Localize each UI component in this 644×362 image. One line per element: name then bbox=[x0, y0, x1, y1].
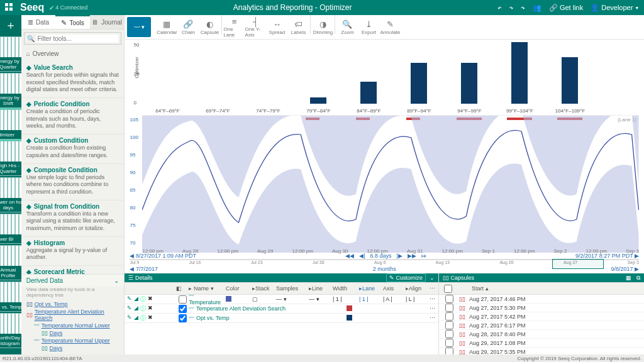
share-icon[interactable]: 👥 bbox=[533, 4, 541, 12]
tag-icon[interactable]: ◢ bbox=[134, 305, 138, 313]
edit-icon[interactable]: ✎ bbox=[127, 305, 132, 313]
chart-toolbar: 〰▾ ▦Calendar🔗Chain◐Capsule≡One Lane┤One … bbox=[125, 15, 644, 40]
tool-item[interactable]: ◆Composite ConditionUse simple logic to … bbox=[21, 164, 125, 200]
capsule-row[interactable]: ▯▯Aug 28, 2017 8:40 PM bbox=[439, 330, 644, 339]
tools-icon: ✎ bbox=[61, 19, 67, 27]
tag-icon[interactable]: ◢ bbox=[134, 295, 138, 304]
capsule-icon: ▯▯ bbox=[459, 349, 465, 355]
filter-tools[interactable]: 🔍 bbox=[24, 32, 122, 45]
chart-type-menu[interactable]: 〰▾ bbox=[127, 17, 151, 37]
capsule-icon: ▯▯ bbox=[459, 314, 465, 320]
derived-data-header[interactable]: Derived Data⌄ bbox=[21, 274, 125, 287]
worksheet-thumbnails: ＋ Energy by Quarter⌄Energy by Shift⌄Opti… bbox=[0, 15, 21, 354]
condition-icon: ▯▯ bbox=[42, 330, 48, 336]
investigate-start[interactable]: ◀ 7/7/2017 bbox=[130, 266, 158, 272]
details-icon: ☰ bbox=[128, 275, 135, 281]
capsule-row[interactable]: ▯▯Aug 27, 2017 6:17 PM bbox=[439, 321, 644, 330]
getlink-button[interactable]: 🔗Get link bbox=[549, 4, 583, 12]
toolbar-chain[interactable]: 🔗Chain bbox=[177, 15, 199, 39]
worksheet-thumb[interactable]: Annual Profile⌄ bbox=[0, 245, 21, 280]
capsule-row[interactable]: ▯▯Aug 29, 2017 1:08 PM bbox=[439, 339, 644, 348]
copy-icon[interactable]: ⧉ bbox=[636, 275, 640, 282]
capsule-row[interactable]: ▯▯Aug 27, 2017 5:42 PM bbox=[439, 312, 644, 321]
connected-text: 4 Connected bbox=[55, 4, 87, 11]
remove-icon[interactable]: ✖ bbox=[148, 314, 153, 322]
user-icon: 👤 bbox=[591, 4, 599, 12]
worksheet-thumb[interactable]: Power BI⌄ bbox=[0, 214, 21, 244]
columns-icon[interactable]: ▦ bbox=[626, 275, 631, 282]
tool-icon: ◆ bbox=[26, 137, 31, 144]
tool-icon: ◆ bbox=[26, 64, 31, 71]
user-menu[interactable]: 👤Developer ▾ bbox=[591, 4, 639, 12]
overview-link[interactable]: ⌂Overview bbox=[24, 48, 122, 59]
capsule-row[interactable]: ▯▯Aug 27, 2017 5:30 PM bbox=[439, 304, 644, 312]
toolbar-labels[interactable]: 🏷Labels bbox=[287, 15, 309, 39]
worksheet-thumb[interactable]: Energy by Quarter⌄ bbox=[0, 36, 21, 72]
remove-icon[interactable]: ✖ bbox=[148, 305, 153, 313]
info-icon[interactable]: ⓘ bbox=[140, 295, 146, 304]
select-all-capsules[interactable] bbox=[444, 285, 452, 293]
worksheet-thumb[interactable]: Energy by Shift⌄ bbox=[0, 73, 21, 108]
tool-item[interactable]: ◆Custom ConditionCreate a condition from… bbox=[21, 134, 125, 163]
chevron-down-icon: ▾ bbox=[635, 4, 639, 12]
tab-data[interactable]: ≣Data bbox=[21, 15, 56, 29]
tool-item[interactable]: ◆Periodic ConditionCreate a condition of… bbox=[21, 98, 125, 134]
info-icon[interactable]: ⓘ bbox=[140, 305, 146, 313]
tree-link[interactable]: Opt vs. Temp bbox=[35, 301, 68, 307]
tool-item[interactable]: ◆HistogramAggregate a signal by y-value … bbox=[21, 237, 125, 266]
details-row[interactable]: ✎◢ⓘ✖〰 Opt vs. Temp⋯ bbox=[125, 314, 438, 323]
time-scrubber[interactable] bbox=[130, 259, 639, 260]
tab-journal[interactable]: 🗎Journal bbox=[90, 15, 125, 29]
tool-item[interactable]: ◆Signal from ConditionTransform a condit… bbox=[21, 200, 125, 237]
link-icon: 🔗 bbox=[549, 4, 558, 12]
tag-icon[interactable]: ◢ bbox=[134, 314, 138, 322]
line-chart: (Lane 1) 105 100 95 90 85 80 75 70 12:00… bbox=[142, 115, 639, 253]
undo-icon[interactable]: ↶ bbox=[497, 4, 502, 12]
customize-button[interactable]: ✎ Customize bbox=[386, 273, 426, 282]
tree-link[interactable]: Temperature Normal Upper bbox=[42, 337, 110, 344]
tree-link[interactable]: Temperature Alert Deviation Search bbox=[35, 309, 119, 321]
remove-icon[interactable]: ✖ bbox=[148, 295, 153, 304]
details-row[interactable]: ✎◢ⓘ✖〰 Temperature Alert Deviation Search… bbox=[125, 304, 438, 314]
redo-alt-icon[interactable]: ↷ bbox=[521, 4, 525, 12]
tree-link[interactable]: Days bbox=[50, 345, 63, 351]
worksheet-thumb[interactable]: Optimizer⌄ bbox=[0, 109, 21, 140]
connected-icon: ✔ bbox=[49, 4, 54, 11]
toolbar-one-y-axis[interactable]: ┤One Y-Axis bbox=[245, 15, 266, 39]
worksheet-thumb[interactable]: Power on hot days⌄ bbox=[0, 177, 21, 212]
toolbar-capsule[interactable]: ◐Capsule bbox=[199, 15, 220, 39]
redo-icon[interactable]: ↷ bbox=[509, 4, 514, 12]
edit-icon[interactable]: ✎ bbox=[127, 314, 132, 322]
tab-tools[interactable]: ✎Tools bbox=[55, 15, 90, 29]
filter-input[interactable] bbox=[36, 35, 118, 43]
edit-icon[interactable]: ✎ bbox=[127, 295, 132, 304]
tree-link[interactable]: Temperature Normal Lower bbox=[42, 322, 110, 329]
worksheet-thumb[interactable]: RH vs. Temp⌄ bbox=[0, 282, 21, 312]
capsule-icon: ▯▯ bbox=[443, 275, 451, 281]
worksheet-thumb[interactable]: Month/Day Histogram⌄ bbox=[0, 313, 21, 348]
info-icon[interactable]: ⓘ bbox=[140, 314, 146, 322]
toolbar-annotate[interactable]: ✎Annotate bbox=[379, 15, 401, 39]
condition-icon: ▯▯ bbox=[26, 312, 33, 318]
toolbar-calendar[interactable]: ▦Calendar bbox=[156, 15, 177, 39]
toolbar-export[interactable]: ⤓Export bbox=[358, 15, 379, 39]
tool-icon: ◆ bbox=[26, 167, 31, 173]
tool-item[interactable]: ◆Scorecard MetricCreate a statistic of s… bbox=[21, 266, 125, 274]
investigate-span: 2 months bbox=[373, 266, 396, 272]
data-icon: ≣ bbox=[28, 18, 33, 26]
add-worksheet-button[interactable]: ＋ bbox=[3, 15, 19, 35]
search-icon: 🔍 bbox=[27, 35, 35, 42]
bar-chart: Optimizer 50 25 0 64°F–69°F69°F–74°F74°F… bbox=[142, 40, 639, 115]
toolbar-one-lane[interactable]: ≡One Lane bbox=[223, 15, 245, 39]
details-row[interactable]: ✎◢ⓘ✖〰 Temperature▢— ▾— ▾| 1 || 1 || A ||… bbox=[125, 295, 438, 304]
tool-item[interactable]: ◆Value SearchSearch for periods within s… bbox=[21, 62, 125, 98]
toolbar-spread[interactable]: ↔Spread bbox=[266, 15, 287, 39]
investigate-end[interactable]: 9/8/2017 ▶ bbox=[611, 266, 639, 272]
capsule-row[interactable]: ▯▯Aug 27, 2017 4:46 PM bbox=[439, 295, 644, 304]
worksheet-thumb[interactable]: High Hrs - Quarter⌄ bbox=[0, 141, 21, 176]
toolbar-zoom[interactable]: 🔍Zoom bbox=[336, 15, 358, 39]
toolbar-dimming[interactable]: ◑Dimming bbox=[312, 15, 333, 39]
apps-launcher-icon[interactable] bbox=[5, 3, 14, 12]
chevron-down-icon[interactable]: ⌄ bbox=[430, 275, 435, 281]
tree-link[interactable]: Days bbox=[50, 330, 63, 336]
